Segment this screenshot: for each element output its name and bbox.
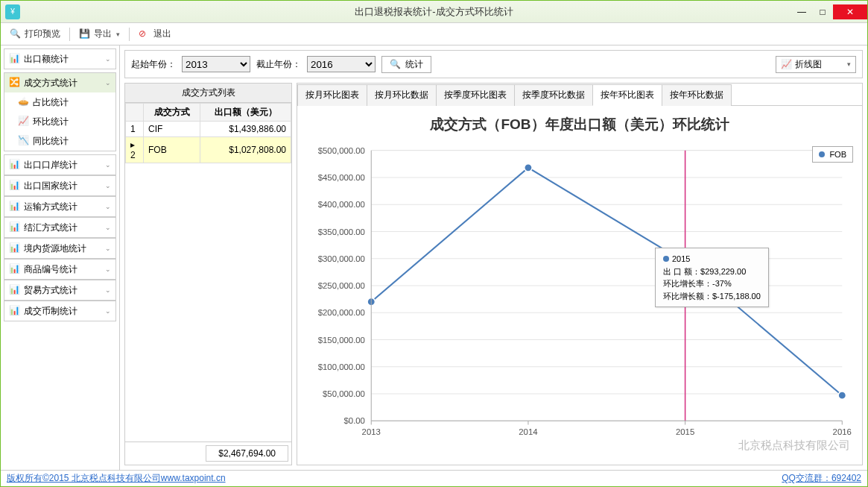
svg-text:2015: 2015 — [676, 427, 694, 436]
svg-point-32 — [525, 164, 532, 172]
chart-pane: 按月环比图表按月环比数据按季度环比图表按季度环比数据按年环比图表按年环比数据 成… — [297, 83, 863, 465]
window-title: 出口退税报表统计-成交方式环比统计 — [1, 5, 867, 19]
chevron-down-icon: ⌄ — [105, 161, 111, 169]
col-mode[interactable]: 成交方式 — [144, 104, 200, 122]
tab-5[interactable]: 按年环比数据 — [662, 84, 732, 106]
table-header: 成交方式列表 — [125, 84, 291, 103]
sidebar-item-export-amount[interactable]: 📊 出口额统计 ⌄ — [4, 49, 115, 69]
toolbar: 🔍 打印预览 💾 导出 ⊘ 退出 — [1, 23, 867, 45]
end-year-label: 截止年份： — [256, 58, 301, 71]
sidebar: 📊 出口额统计 ⌄ 🔀 成交方式统计 ⌄ 🥧占比统计 📈环比统计 📉同比统计 📊… — [1, 45, 120, 470]
chart-icon: 📊 — [9, 242, 21, 254]
end-year-select[interactable]: 2016 — [307, 56, 376, 72]
qq-group-link[interactable]: QQ交流群：692402 — [782, 472, 861, 485]
sidebar-sub-yoy[interactable]: 📉同比统计 — [4, 131, 115, 151]
col-idx[interactable] — [126, 104, 144, 122]
sidebar-item[interactable]: 📊商品编号统计⌄ — [4, 260, 115, 279]
chart-type-label: 折线图 — [795, 58, 822, 71]
start-year-select[interactable]: 2013 — [182, 56, 250, 72]
bar-icon: 📈 — [18, 116, 30, 128]
stat-button[interactable]: 🔍 统计 — [381, 56, 431, 73]
svg-text:2016: 2016 — [833, 427, 852, 436]
svg-text:$100,000.00: $100,000.00 — [318, 362, 365, 371]
sidebar-sub-ratio[interactable]: 🥧占比统计 — [4, 92, 115, 112]
sidebar-item[interactable]: 📊境内货源地统计⌄ — [4, 239, 115, 258]
tab-2[interactable]: 按季度环比图表 — [436, 84, 515, 106]
sub-label: 环比统计 — [33, 116, 69, 128]
table-total: $2,467,694.00 — [125, 442, 291, 465]
chevron-down-icon: ⌄ — [105, 307, 111, 315]
chevron-down-icon: ⌄ — [105, 203, 111, 210]
sidebar-label: 贸易方式统计 — [24, 284, 77, 297]
chart-icon: 📊 — [9, 159, 21, 171]
chart-icon: 📊 — [9, 53, 21, 65]
tab-0[interactable]: 按月环比图表 — [297, 84, 367, 106]
sidebar-item[interactable]: 📊贸易方式统计⌄ — [4, 280, 115, 300]
sidebar-label: 结汇方式统计 — [24, 221, 77, 234]
chevron-down-icon: ⌄ — [105, 245, 111, 252]
sub-label: 占比统计 — [33, 96, 69, 109]
line-chart[interactable]: $0.00$50,000.00$100,000.00$150,000.00$20… — [302, 136, 858, 459]
sidebar-item[interactable]: 📊成交币制统计⌄ — [4, 301, 115, 321]
svg-text:$200,000.00: $200,000.00 — [318, 308, 365, 317]
app-icon: ¥ — [5, 4, 20, 19]
exit-label: 退出 — [153, 28, 171, 40]
table-row[interactable]: ▸ 2FOB$1,027,808.00 — [126, 137, 291, 163]
sidebar-item[interactable]: 📊出口口岸统计⌄ — [4, 155, 115, 175]
chart-tabs: 按月环比图表按月环比数据按季度环比图表按季度环比数据按年环比图表按年环比数据 — [297, 84, 862, 106]
sidebar-item-deal-mode[interactable]: 🔀 成交方式统计 ⌄ — [4, 73, 115, 92]
chart-type-select[interactable]: 📈折线图 ▾ — [776, 56, 856, 73]
deal-mode-table: 成交方式列表 成交方式 出口额（美元） 1CIF$1,439,886.00▸ 2… — [124, 83, 292, 465]
chevron-down-icon: ⌄ — [105, 224, 111, 231]
line-icon: 📈 — [781, 59, 792, 69]
start-year-label: 起始年份： — [131, 58, 176, 71]
close-button[interactable]: ✕ — [833, 4, 867, 19]
chart-icon: 🔀 — [9, 77, 21, 89]
svg-text:$450,000.00: $450,000.00 — [318, 173, 365, 182]
sidebar-label: 出口国家统计 — [24, 180, 77, 192]
watermark: 北京税点科技有限公司 — [738, 439, 850, 453]
magnifier-icon: 🔍 — [10, 28, 22, 40]
svg-text:$250,000.00: $250,000.00 — [318, 281, 365, 290]
chart-title: 成交方式（FOB）年度出口额（美元）环比统计 — [302, 115, 858, 134]
maximize-button[interactable]: □ — [812, 4, 833, 19]
exit-button[interactable]: ⊘ 退出 — [136, 26, 174, 42]
chevron-down-icon: ⌄ — [105, 286, 111, 294]
copyright-link[interactable]: 版权所有©2015 北京税点科技有限公司www.taxpoint.cn — [7, 472, 226, 485]
sidebar-submenu: 🥧占比统计 📈环比统计 📉同比统计 — [4, 92, 115, 151]
sidebar-sub-mom[interactable]: 📈环比统计 — [4, 112, 115, 131]
filter-bar: 起始年份： 2013 截止年份： 2016 🔍 统计 📈折线图 ▾ — [124, 50, 863, 78]
sub-label: 同比统计 — [33, 135, 69, 148]
save-icon: 💾 — [79, 28, 91, 40]
export-button[interactable]: 💾 导出 — [76, 26, 123, 42]
legend-label: FOB — [829, 150, 846, 159]
export-label: 导出 — [94, 28, 112, 40]
tab-1[interactable]: 按月环比数据 — [367, 84, 437, 106]
tab-4[interactable]: 按年环比图表 — [592, 84, 662, 106]
sidebar-item[interactable]: 📊运输方式统计⌄ — [4, 197, 115, 216]
svg-text:$350,000.00: $350,000.00 — [318, 227, 365, 236]
exit-icon: ⊘ — [139, 28, 151, 40]
sidebar-label: 出口额统计 — [24, 53, 69, 66]
title-bar: ¥ 出口退税报表统计-成交方式环比统计 — □ ✕ — [1, 1, 867, 23]
chevron-down-icon: ⌄ — [105, 182, 111, 189]
svg-text:$500,000.00: $500,000.00 — [318, 146, 365, 155]
chart-icon: 📊 — [9, 180, 21, 192]
sidebar-item[interactable]: 📊出口国家统计⌄ — [4, 176, 115, 195]
chart-icon: 📊 — [9, 284, 21, 296]
svg-text:2013: 2013 — [362, 427, 381, 436]
col-amount[interactable]: 出口额（美元） — [200, 104, 291, 122]
print-label: 打印预览 — [25, 28, 60, 40]
chevron-down-icon: ⌄ — [105, 79, 111, 87]
table-row[interactable]: 1CIF$1,439,886.00 — [126, 122, 291, 137]
sidebar-label: 成交币制统计 — [24, 305, 77, 318]
sidebar-label: 运输方式统计 — [24, 201, 77, 213]
tab-3[interactable]: 按季度环比数据 — [514, 84, 593, 106]
minimize-button[interactable]: — — [791, 4, 812, 19]
stat-label: 统计 — [405, 58, 423, 71]
chart-icon: 📊 — [9, 263, 21, 275]
sidebar-item[interactable]: 📊结汇方式统计⌄ — [4, 218, 115, 237]
print-preview-button[interactable]: 🔍 打印预览 — [7, 26, 63, 42]
chart-icon: 📊 — [9, 221, 21, 233]
sidebar-label: 商品编号统计 — [24, 263, 77, 276]
